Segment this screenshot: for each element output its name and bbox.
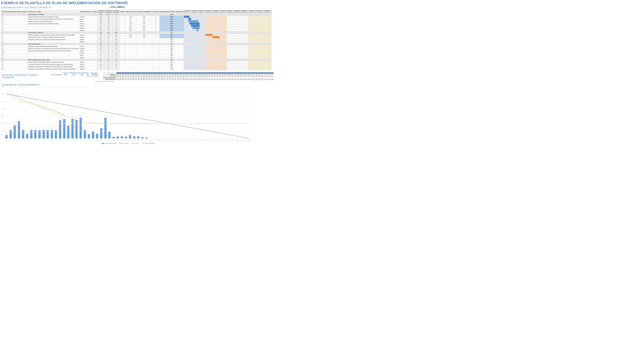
task-row: 2.2Desarrollar soluciones de software pa… (1, 36, 272, 38)
totals-strip: CÁLCULO COMPLETADO RESTANTE DÍAS CÁLC./D… (51, 72, 100, 77)
task-row: 3.2.2Kylie R.120120% (1, 52, 272, 54)
task-row: 2.4Malik M.300300% (1, 41, 272, 43)
task-row: 4.2Comenzar la instalación por fases de … (1, 63, 272, 65)
gantt-table: ESTRUCTURA DE DESGLOSE DE TRABAJOTÍTULO … (1, 10, 272, 70)
task-row: 1.2Calcular la inversión inicial y el RO… (1, 20, 272, 22)
task-row: 3FASE: Pruebas piloto660660% (1, 43, 272, 45)
page-title: EJEMPLO DE PLANTILLA DE PLAN DE IMPLEMEN… (1, 1, 256, 5)
task-row: 4.3Capacitar al personal sobre el manten… (1, 65, 272, 68)
section-gantt-title: DIAGRAMA DE GANTT Y DE TRABAJO PENDIENTE (1, 6, 109, 9)
section-burndown-data: DATOS DEL GRÁFICO DE TRABAJO PENDIENTE (2, 74, 48, 79)
task-row: 1.6Malik M.121203/233/231100% (1, 29, 272, 31)
chart-legend: HORAS COMPLETADAS PLANIFICAR CÁLCULO HOR… (1, 143, 256, 144)
sprint-deck: SPRINTS SPRINT 1/*noop*/ (109, 6, 126, 8)
task-row: 4.4Supervisar la funcionalidad de la est… (1, 68, 272, 70)
section-chart-title: DIAGRAMA DE TRABAJO PENDIENTE (2, 84, 256, 86)
task-row: 2.3Asegurar los permisos y la aprobación… (1, 38, 272, 41)
task-row: 1FASE: Estudio de viabilidad3093090100% (1, 13, 272, 16)
task-row: 1.1Explorar posibles ubicaciones para es… (1, 16, 272, 18)
task-row: 3.3.1Malik M.2020% (1, 56, 272, 59)
burndown-chart: 0100200300400500600700 81202303404205116… (1, 87, 252, 143)
task-row: 1.1.1Realizar un análisis de mercado par… (1, 18, 272, 20)
burndown-data-grid: DÍA1234567891011121314151617181920212223… (103, 72, 274, 80)
task-row: 4FASE: Implementación a gran escala32032… (1, 59, 272, 61)
task-row: 3.2Recopilar comentarios de los usuarios… (1, 47, 272, 50)
task-row: 1.5Malik M.323203/183/225100% (1, 27, 272, 29)
task-row: 2.1Finalizar los diseños de las estacion… (1, 34, 272, 36)
task-row: 3.3Pete S.4040% (1, 54, 272, 56)
task-row: 3.1Identificar una región limitada para … (1, 45, 272, 47)
task-row: 1.3Explorar posibles ubicaciones para es… (1, 22, 272, 25)
task-row: 1.4Allen W.404003/173/226100% (1, 25, 272, 27)
task-row: 2FASE: Diseño y desarrollo21011010052% (1, 31, 272, 34)
hint-hours: Ingresar las horas completadas por día -… (95, 81, 256, 82)
task-row: 4.1Lanzar campaña de marketing dirigida … (1, 61, 272, 63)
task-row: 3.2.1Abordar cualquier fallo técnico o d… (1, 50, 272, 52)
